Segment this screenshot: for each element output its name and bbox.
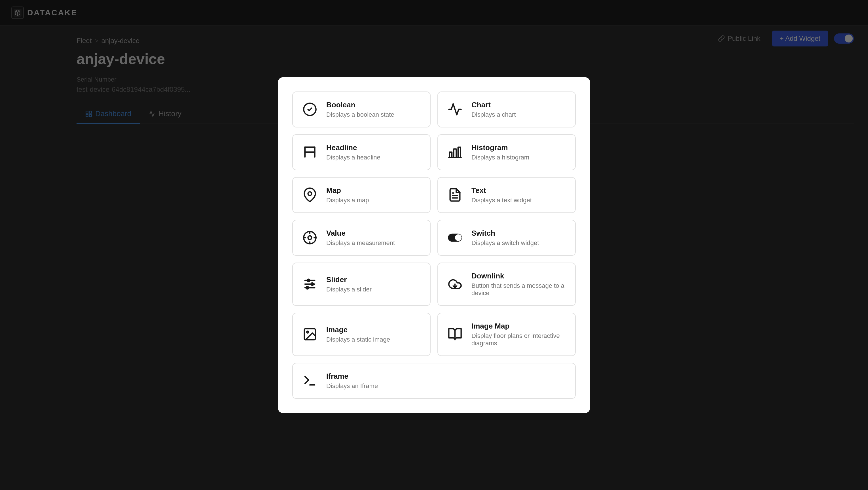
widget-icon-switch [446,229,463,246]
modal-overlay[interactable]: Boolean Displays a boolean state Chart D… [0,0,868,490]
widget-picker-modal: Boolean Displays a boolean state Chart D… [278,77,590,413]
svg-point-26 [306,287,309,289]
widget-name-iframe: Iframe [326,372,378,381]
widget-name-switch: Switch [471,229,539,238]
widget-info-text: Text Displays a text widget [471,186,532,204]
widget-icon-text [446,186,463,203]
widget-icon-boolean [301,101,318,118]
widget-icon-image [301,326,318,343]
widget-desc-iframe: Displays an Iframe [326,382,378,390]
svg-point-24 [307,279,310,282]
widget-card-map[interactable]: Map Displays a map [292,177,431,213]
widget-card-histogram[interactable]: Histogram Displays a histogram [437,134,576,170]
widget-desc-map: Displays a map [326,197,369,204]
widget-icon-iframe [301,372,318,389]
widget-desc-image: Displays a static image [326,336,390,343]
widget-icon-map [301,186,318,203]
widget-card-value[interactable]: Value Displays a measurement [292,220,431,256]
widget-card-image[interactable]: Image Displays a static image [292,313,431,356]
widget-info-downlink: Downlink Button that sends a message to … [471,272,567,297]
widget-info-map: Map Displays a map [326,186,369,204]
widget-name-slider: Slider [326,275,372,284]
widget-card-iframe[interactable]: Iframe Displays an Iframe [292,363,576,399]
widget-name-boolean: Boolean [326,101,394,109]
widget-card-chart[interactable]: Chart Displays a chart [437,92,576,127]
widget-icon-chart [446,101,463,118]
widget-card-imagemap[interactable]: Image Map Display floor plans or interac… [437,313,576,356]
widget-desc-imagemap: Display floor plans or interactive diagr… [471,332,567,347]
widget-icon-downlink [446,275,463,293]
widget-icon-histogram [446,143,463,161]
widget-desc-histogram: Displays a histogram [471,154,529,161]
widget-name-text: Text [471,186,532,195]
widget-name-imagemap: Image Map [471,322,567,330]
widget-desc-downlink: Button that sends a message to a device [471,282,567,297]
widget-info-image: Image Displays a static image [326,325,390,343]
widget-info-headline: Headline Displays a headline [326,143,380,161]
widget-card-downlink[interactable]: Downlink Button that sends a message to … [437,263,576,306]
widget-card-headline[interactable]: Headline Displays a headline [292,134,431,170]
widget-desc-text: Displays a text widget [471,197,532,204]
widget-name-chart: Chart [471,101,516,109]
svg-point-20 [455,234,462,241]
widget-name-histogram: Histogram [471,143,529,152]
widget-desc-switch: Displays a switch widget [471,239,539,247]
svg-rect-6 [450,152,452,158]
svg-point-29 [307,331,309,333]
widget-info-iframe: Iframe Displays an Iframe [326,372,378,390]
widget-info-boolean: Boolean Displays a boolean state [326,101,394,119]
svg-point-10 [308,192,312,195]
widget-card-text[interactable]: Text Displays a text widget [437,177,576,213]
widget-card-slider[interactable]: Slider Displays a slider [292,263,431,306]
widget-desc-boolean: Displays a boolean state [326,111,394,119]
svg-rect-7 [454,149,456,158]
widget-desc-value: Displays a measurement [326,239,395,247]
widget-info-switch: Switch Displays a switch widget [471,229,539,247]
widget-card-switch[interactable]: Switch Displays a switch widget [437,220,576,256]
widget-desc-slider: Displays a slider [326,286,372,293]
widget-name-value: Value [326,229,395,238]
svg-point-25 [311,283,313,286]
widget-card-boolean[interactable]: Boolean Displays a boolean state [292,92,431,127]
widget-name-downlink: Downlink [471,272,567,281]
widget-name-headline: Headline [326,143,380,152]
widget-info-value: Value Displays a measurement [326,229,395,247]
widget-info-slider: Slider Displays a slider [326,275,372,293]
widget-icon-headline [301,143,318,161]
widget-icon-slider [301,275,318,293]
svg-rect-8 [458,147,461,158]
widget-grid: Boolean Displays a boolean state Chart D… [292,92,576,399]
svg-point-14 [308,236,312,240]
widget-name-image: Image [326,325,390,334]
widget-info-histogram: Histogram Displays a histogram [471,143,529,161]
widget-desc-chart: Displays a chart [471,111,516,119]
widget-name-map: Map [326,186,369,195]
widget-icon-imagemap [446,326,463,343]
widget-icon-value [301,229,318,246]
widget-info-imagemap: Image Map Display floor plans or interac… [471,322,567,347]
widget-info-chart: Chart Displays a chart [471,101,516,119]
widget-desc-headline: Displays a headline [326,154,380,161]
